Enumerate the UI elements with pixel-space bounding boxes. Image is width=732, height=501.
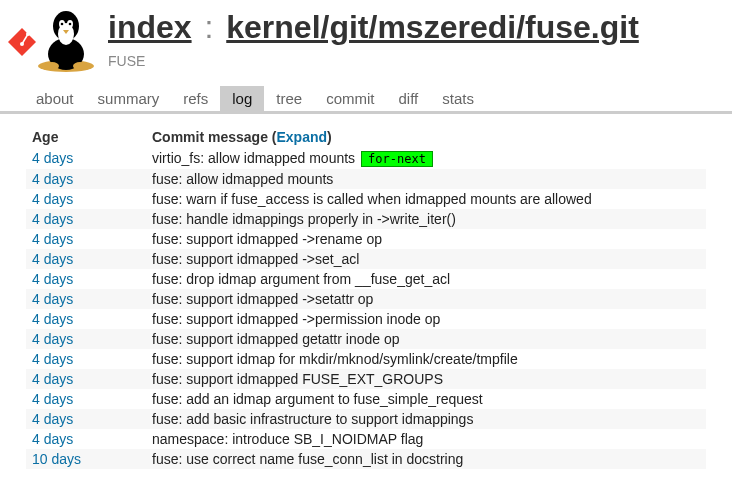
tab-log[interactable]: log [220, 86, 264, 111]
commit-message-link[interactable]: namespace: introduce SB_I_NOIDMAP flag [152, 431, 423, 447]
commit-age-link[interactable]: 4 days [32, 351, 73, 367]
table-row: 4 daysfuse: support idmapped ->rename op [26, 229, 706, 249]
commit-age-link[interactable]: 4 days [32, 150, 73, 166]
commit-message-link[interactable]: fuse: support idmapped FUSE_EXT_GROUPS [152, 371, 443, 387]
index-link[interactable]: index [108, 9, 192, 45]
table-row: 4 daysfuse: allow idmapped mounts [26, 169, 706, 189]
commit-age-link[interactable]: 10 days [32, 451, 81, 467]
commit-age-link[interactable]: 4 days [32, 191, 73, 207]
commit-age-link[interactable]: 4 days [32, 211, 73, 227]
commit-header-suffix: ) [327, 129, 332, 145]
title-separator: : [204, 9, 213, 45]
commit-message-link[interactable]: fuse: drop idmap argument from __fuse_ge… [152, 271, 450, 287]
tab-summary[interactable]: summary [86, 86, 172, 111]
commit-message-link[interactable]: fuse: warn if fuse_access is called when… [152, 191, 592, 207]
commit-age-link[interactable]: 4 days [32, 431, 73, 447]
commit-age-link[interactable]: 4 days [32, 291, 73, 307]
commit-age-link[interactable]: 4 days [32, 391, 73, 407]
svg-point-11 [69, 23, 72, 26]
table-row: 4 daysfuse: support idmapped ->permissio… [26, 309, 706, 329]
commit-message-link[interactable]: fuse: support idmapped getattr inode op [152, 331, 400, 347]
table-row: 4 daysfuse: handle idmappings properly i… [26, 209, 706, 229]
commit-header-prefix: Commit message ( [152, 129, 276, 145]
tab-tree[interactable]: tree [264, 86, 314, 111]
commit-age-link[interactable]: 4 days [32, 311, 73, 327]
repo-title: index : kernel/git/mszeredi/fuse.git [108, 4, 724, 45]
table-row: 4 daysfuse: drop idmap argument from __f… [26, 269, 706, 289]
table-row: 4 daysvirtio_fs: allow idmapped mountsfo… [26, 148, 706, 169]
svg-point-13 [45, 62, 59, 70]
tab-about[interactable]: about [24, 86, 86, 111]
page-header: index : kernel/git/mszeredi/fuse.git FUS… [0, 0, 732, 72]
commit-age-link[interactable]: 4 days [32, 171, 73, 187]
nav-tabs: aboutsummaryrefslogtreecommitdiffstats [0, 82, 732, 114]
tab-diff[interactable]: diff [386, 86, 430, 111]
table-row: 4 daysfuse: add basic infrastructure to … [26, 409, 706, 429]
commit-message-link[interactable]: fuse: add basic infrastructure to suppor… [152, 411, 473, 427]
title-block: index : kernel/git/mszeredi/fuse.git FUS… [108, 4, 724, 69]
table-row: 4 daysfuse: warn if fuse_access is calle… [26, 189, 706, 209]
tab-refs[interactable]: refs [171, 86, 220, 111]
cgit-logo[interactable] [8, 4, 98, 72]
table-row: 4 daysnamespace: introduce SB_I_NOIDMAP … [26, 429, 706, 449]
commit-message-link[interactable]: virtio_fs: allow idmapped mounts [152, 150, 355, 166]
commit-message-link[interactable]: fuse: add an idmap argument to fuse_simp… [152, 391, 483, 407]
commit-message-link[interactable]: fuse: support idmapped ->set_acl [152, 251, 359, 267]
table-row: 10 daysfuse: use correct name fuse_conn_… [26, 449, 706, 469]
col-age-header: Age [26, 126, 146, 148]
commit-age-link[interactable]: 4 days [32, 231, 73, 247]
commit-message-link[interactable]: fuse: use correct name fuse_conn_list in… [152, 451, 463, 467]
commit-age-link[interactable]: 4 days [32, 251, 73, 267]
branch-tag[interactable]: for-next [361, 151, 433, 167]
tab-commit[interactable]: commit [314, 86, 386, 111]
commit-message-link[interactable]: fuse: allow idmapped mounts [152, 171, 333, 187]
table-row: 4 daysfuse: support idmapped getattr ino… [26, 329, 706, 349]
svg-point-10 [61, 23, 64, 26]
table-row: 4 daysfuse: support idmapped FUSE_EXT_GR… [26, 369, 706, 389]
commit-message-link[interactable]: fuse: support idmapped ->permission inod… [152, 311, 440, 327]
commit-age-link[interactable]: 4 days [32, 331, 73, 347]
commit-message-link[interactable]: fuse: support idmapped ->rename op [152, 231, 382, 247]
commit-message-link[interactable]: fuse: handle idmappings properly in ->wr… [152, 211, 456, 227]
tab-stats[interactable]: stats [430, 86, 486, 111]
table-row: 4 daysfuse: support idmap for mkdir/mkno… [26, 349, 706, 369]
table-row: 4 daysfuse: support idmapped ->set_acl [26, 249, 706, 269]
col-commit-header: Commit message (Expand) [146, 126, 706, 148]
commit-message-link[interactable]: fuse: support idmap for mkdir/mknod/syml… [152, 351, 518, 367]
repo-description: FUSE [108, 53, 724, 69]
table-row: 4 daysfuse: support idmapped ->setattr o… [26, 289, 706, 309]
commit-age-link[interactable]: 4 days [32, 411, 73, 427]
commit-log-table: Age Commit message (Expand) 4 daysvirtio… [26, 126, 706, 469]
expand-link[interactable]: Expand [276, 129, 327, 145]
commit-age-link[interactable]: 4 days [32, 271, 73, 287]
table-row: 4 daysfuse: add an idmap argument to fus… [26, 389, 706, 409]
commit-message-link[interactable]: fuse: support idmapped ->setattr op [152, 291, 373, 307]
repo-link[interactable]: kernel/git/mszeredi/fuse.git [226, 9, 639, 45]
commit-age-link[interactable]: 4 days [32, 371, 73, 387]
svg-point-14 [73, 62, 87, 70]
